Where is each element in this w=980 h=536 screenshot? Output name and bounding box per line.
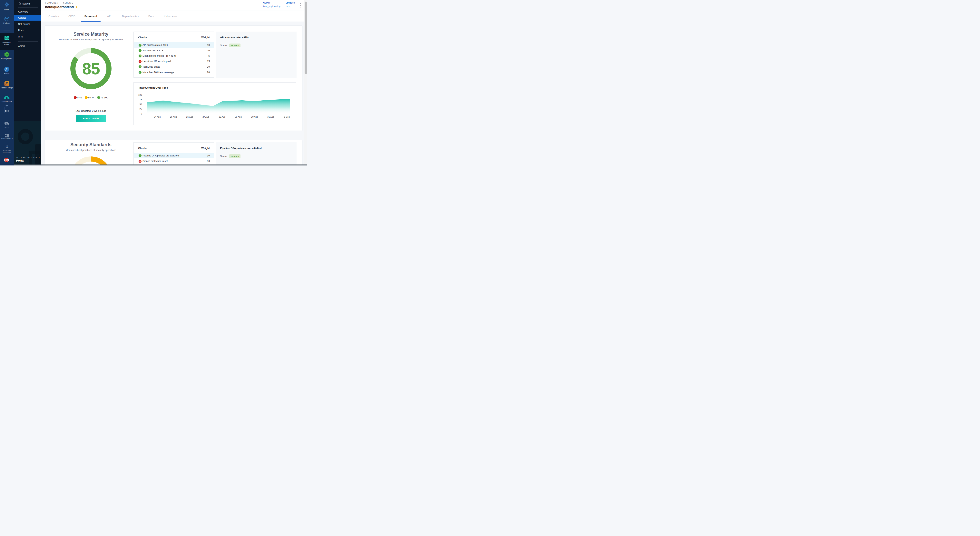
scrollbar[interactable] (304, 0, 307, 165)
table-row[interactable]: Branch protection is set30 (134, 158, 214, 164)
checks-table-header: Checks Weight (134, 32, 214, 42)
sidebar-item-account-settings[interactable]: ACCOUNT SETTINGS (0, 149, 14, 154)
legend-item: 75-100 (97, 96, 108, 99)
sidebar-item-developer-portal[interactable]: Developer Portal (0, 41, 14, 46)
developer-portal-icon[interactable] (0, 35, 14, 41)
tab-cicd[interactable]: CI/CD (68, 11, 75, 22)
table-row[interactable]: TechDocs exists30 (134, 64, 214, 70)
tab-overview[interactable]: Overview (48, 11, 59, 22)
search-input[interactable]: Search (14, 2, 41, 6)
y-axis-label: 75 (134, 99, 142, 101)
dashboards-grid-icon[interactable] (0, 134, 14, 138)
table-row[interactable]: API success rate > 99%10 (134, 42, 214, 48)
lifecycle-meta: Lifecycle prod (286, 2, 295, 8)
page-title: boutique-frontend★ (45, 5, 78, 9)
module-grid-icon[interactable] (5, 109, 9, 111)
check-status-icon (138, 60, 142, 63)
sidebar-item-projects[interactable]: Projects (0, 22, 14, 24)
x-axis-label: 26 Aug (186, 116, 193, 118)
sidebar-item-overview[interactable]: Overview (14, 9, 41, 14)
search-icon (18, 2, 22, 5)
sidebar-item-admin[interactable]: Admin (14, 43, 41, 49)
legend-item: 50-74 (85, 96, 94, 99)
gear-icon[interactable]: ⚙ (0, 145, 14, 149)
check-status-icon (138, 49, 142, 52)
service-maturity-card: Service Maturity Measures development be… (45, 25, 302, 131)
security-score-donut (70, 156, 111, 165)
deployments-pipeline-icon[interactable]: ∞ (0, 52, 14, 58)
rail-divider (3, 30, 10, 31)
cloud-costs-icon[interactable]: $ (0, 95, 14, 100)
sidebar-item-cloud-costs[interactable]: Cloud Costs (0, 101, 14, 103)
x-axis-label: 29 Aug (235, 116, 242, 118)
chart-x-axis: 24 Aug25 Aug26 Aug27 Aug28 Aug29 Aug30 A… (146, 116, 290, 118)
x-axis-label: 30 Aug (251, 116, 258, 118)
table-row[interactable]: Mean time to merge PR < 48 hr5 (134, 53, 214, 59)
y-axis-label: 25 (134, 108, 142, 110)
tab-scorecard[interactable]: Scorecard (84, 11, 97, 22)
owner-value[interactable]: field_engineering (263, 5, 280, 8)
table-row[interactable]: Pipeline OPA policies are satisfied10 (134, 153, 214, 158)
table-row[interactable]: Java version is LTS20 (134, 48, 214, 53)
sidebar-item-dashboards[interactable]: DASHBOARDS (0, 138, 14, 140)
status-badge: PASSED (229, 43, 240, 47)
sidebar-footer: INTERNAL DEVELOPER Portal (14, 121, 41, 165)
entity-header: COMPONENT — SERVICE boutique-frontend★ O… (41, 0, 307, 11)
check-status-icon (138, 154, 142, 157)
owner-label: Owner (263, 2, 280, 4)
x-axis-label: 24 Aug (154, 116, 161, 118)
sidebar-item-apis[interactable]: APIs (14, 34, 41, 40)
home-icon[interactable] (0, 2, 14, 8)
check-status-icon (138, 160, 142, 163)
check-detail-panel: Pipeline OPA policies are satisfied Stat… (216, 142, 296, 165)
svg-text:∞: ∞ (6, 53, 8, 56)
sidebar-item-feature-flags[interactable]: Feature Flags (0, 87, 14, 89)
projects-cube-icon[interactable] (0, 16, 14, 22)
scorecard-title: Security Standards (62, 142, 120, 148)
check-status-icon (138, 54, 142, 57)
x-axis-label: 31 Aug (267, 116, 274, 118)
rerun-checks-button[interactable]: Rerun Checks (76, 115, 106, 122)
tab-docs[interactable]: Docs (148, 11, 154, 22)
star-icon[interactable]: ★ (75, 5, 78, 9)
tab-dependencies[interactable]: Dependencies (122, 11, 139, 22)
sidebar-item-catalog[interactable]: Catalog (14, 15, 41, 21)
kebab-menu-icon[interactable]: ••• (299, 3, 302, 8)
tab-api[interactable]: API (107, 11, 111, 22)
avatar[interactable]: HM (4, 157, 9, 162)
check-status-icon (138, 65, 142, 68)
scrollbar-thumb[interactable] (305, 2, 307, 74)
legend-item: 0-49 (74, 96, 82, 99)
sidebar-item-docs[interactable]: Docs (14, 28, 41, 33)
security-checks-table: Checks Weight Pipeline OPA policies are … (134, 142, 214, 165)
owner-meta: Owner field_engineering (263, 2, 280, 8)
sidebar-item-help[interactable]: HELP (0, 126, 14, 129)
decorative-bar (35, 144, 41, 165)
table-row[interactable]: More than 70% test coverage20 (134, 70, 214, 75)
feature-flags-icon[interactable] (0, 81, 14, 87)
check-detail-title: Pipeline OPA policies are satisfied (220, 146, 262, 150)
check-detail-panel: API success rate > 99% Status:PASSED (216, 32, 296, 78)
tab-kubernetes[interactable]: Kubernetes (164, 11, 177, 22)
sidebar-item-home[interactable]: Home (0, 8, 14, 10)
table-row[interactable]: Less than 1% error in prod15 (134, 59, 214, 64)
check-status-icon (138, 71, 142, 74)
help-chat-icon[interactable]: ? (0, 122, 14, 127)
breadcrumb: COMPONENT — SERVICE (45, 2, 73, 4)
last-updated-text: Last Updated: 2 weeks ago (52, 110, 130, 112)
sidebar-item-self-service[interactable]: Self service (14, 22, 41, 27)
improvement-chart-panel: Improvement Over Time 1007550250 24 Aug2… (134, 82, 296, 125)
y-axis-label: 50 (134, 103, 142, 105)
sidebar-item-builds[interactable]: Builds (0, 73, 14, 75)
x-axis-label: 25 Aug (170, 116, 177, 118)
scorecard-subtitle: Measures best practices of security oper… (52, 149, 130, 151)
area-chart (146, 95, 290, 114)
y-axis-label: 0 (134, 113, 142, 115)
window-bottom-edge (14, 164, 307, 165)
module-rail: Home Projects Developer Portal ∞ Deploym… (0, 0, 14, 165)
x-axis-label: 28 Aug (219, 116, 225, 118)
sidebar-item-deployments[interactable]: Deployments (0, 58, 14, 60)
builds-icon[interactable] (0, 67, 14, 73)
lifecycle-label: Lifecycle (286, 2, 295, 4)
status-badge: PASSED (229, 154, 240, 158)
